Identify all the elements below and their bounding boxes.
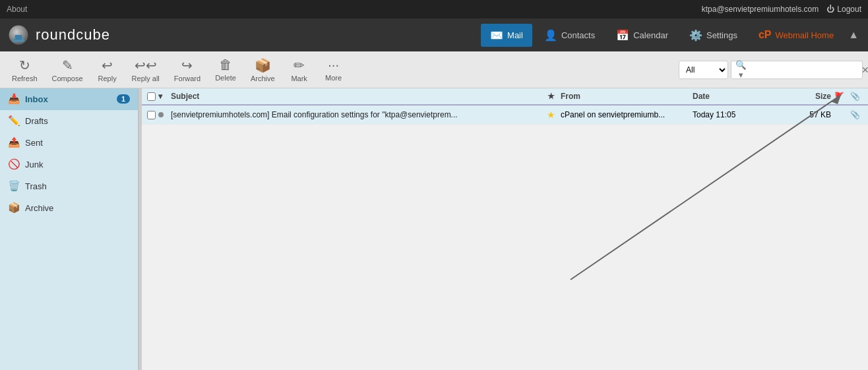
calendar-icon: 📅 bbox=[616, 29, 629, 42]
about-link[interactable]: About bbox=[7, 5, 27, 14]
delete-icon: 🗑 bbox=[219, 57, 232, 73]
header-flag: 🚩 bbox=[831, 92, 847, 101]
search-dropdown-button[interactable]: 🔍▾ bbox=[731, 57, 751, 82]
compose-button[interactable]: ✎ Compose bbox=[46, 55, 90, 85]
roundcube-logo-icon bbox=[7, 23, 30, 47]
main-layout: 📥 Inbox 1 ✏️ Drafts 📤 Sent 🚫 Junk 🗑️ Tra… bbox=[0, 88, 868, 370]
delete-button[interactable]: 🗑 Delete bbox=[208, 55, 243, 84]
power-icon: ⏻ bbox=[826, 5, 834, 14]
trash-icon: 🗑️ bbox=[8, 180, 20, 192]
forward-button[interactable]: ↪ Forward bbox=[168, 55, 207, 85]
email-list: ▾ Subject ★ From Date Size 🚩 📎 [senvietp… bbox=[142, 88, 868, 125]
reply-all-icon: ↩↩ bbox=[135, 57, 157, 73]
refresh-icon: ↻ bbox=[19, 57, 30, 73]
reply-all-button[interactable]: ↩↩ Reply all bbox=[125, 55, 166, 85]
header-subject[interactable]: Subject bbox=[171, 92, 541, 101]
table-row[interactable]: [senvietpremiumhotels.com] Email configu… bbox=[142, 106, 868, 125]
sidebar-item-trash[interactable]: 🗑️ Trash bbox=[0, 175, 138, 197]
unread-dot bbox=[158, 112, 164, 117]
search-input-wrap: 🔍▾ ✕ bbox=[731, 61, 863, 79]
inbox-badge: 1 bbox=[117, 94, 130, 104]
mark-icon: ✏ bbox=[294, 57, 305, 73]
star-icon: ★ bbox=[547, 109, 555, 120]
more-icon: ··· bbox=[328, 57, 339, 73]
row-star[interactable]: ★ bbox=[541, 109, 561, 120]
logo-text: roundcube bbox=[36, 26, 110, 44]
more-button[interactable]: ··· More bbox=[317, 55, 350, 84]
search-input[interactable] bbox=[751, 64, 857, 76]
search-filter-select[interactable]: All Subject From To bbox=[679, 61, 728, 79]
refresh-button[interactable]: ↻ Refresh bbox=[5, 55, 44, 85]
sidebar-item-junk[interactable]: 🚫 Junk bbox=[0, 154, 138, 175]
row-checkbox[interactable] bbox=[147, 111, 156, 119]
sidebar-item-drafts[interactable]: ✏️ Drafts bbox=[0, 110, 138, 132]
sent-icon: 📤 bbox=[8, 137, 20, 148]
user-email: ktpa@senvietpremiumhotels.com bbox=[702, 5, 819, 14]
row-from: cPanel on senvietpremiumb... bbox=[561, 110, 693, 119]
svg-rect-2 bbox=[15, 35, 22, 40]
nav-items: ✉️ Mail 👤 Contacts 📅 Calendar ⚙️ Setting… bbox=[481, 24, 861, 47]
nav-item-mail[interactable]: ✉️ Mail bbox=[481, 24, 532, 47]
cpanel-icon: cP bbox=[759, 29, 772, 41]
header-check: ▾ bbox=[147, 92, 171, 101]
header-date[interactable]: Date bbox=[693, 92, 778, 101]
sidebar: 📥 Inbox 1 ✏️ Drafts 📤 Sent 🚫 Junk 🗑️ Tra… bbox=[0, 88, 139, 370]
sort-arrow-icon: ▾ bbox=[158, 92, 162, 101]
sidebar-item-archive[interactable]: 📦 Archive bbox=[0, 197, 138, 219]
sidebar-item-sent[interactable]: 📤 Sent bbox=[0, 132, 138, 154]
search-clear-button[interactable]: ✕ bbox=[857, 62, 868, 78]
reply-icon: ↩ bbox=[102, 57, 113, 73]
nav-item-calendar[interactable]: 📅 Calendar bbox=[607, 24, 677, 47]
header-star: ★ bbox=[541, 92, 561, 101]
select-all-checkbox[interactable] bbox=[147, 92, 156, 101]
logo-area: roundcube bbox=[7, 23, 110, 47]
nav-item-settings[interactable]: ⚙️ Settings bbox=[680, 24, 747, 47]
compose-icon: ✎ bbox=[62, 57, 73, 73]
nav-item-webmail[interactable]: cP Webmail Home bbox=[749, 24, 843, 46]
search-area: All Subject From To 🔍▾ ✕ bbox=[679, 61, 863, 79]
archive-button[interactable]: 📦 Archive bbox=[244, 55, 282, 85]
archive-sidebar-icon: 📦 bbox=[8, 202, 20, 214]
row-date: Today 11:05 bbox=[693, 110, 778, 119]
inbox-icon: 📥 bbox=[8, 93, 20, 105]
settings-icon: ⚙️ bbox=[689, 29, 702, 42]
row-subject: [senvietpremiumhotels.com] Email configu… bbox=[171, 110, 541, 119]
header-size[interactable]: Size bbox=[778, 92, 831, 101]
sidebar-item-inbox[interactable]: 📥 Inbox 1 bbox=[0, 88, 138, 110]
nav-item-contacts[interactable]: 👤 Contacts bbox=[535, 24, 604, 47]
top-bar: About ktpa@senvietpremiumhotels.com ⏻ Lo… bbox=[0, 0, 868, 18]
row-check bbox=[147, 111, 171, 119]
logout-button[interactable]: ⏻ Logout bbox=[826, 5, 861, 14]
header-from[interactable]: From bbox=[561, 92, 693, 101]
contacts-icon: 👤 bbox=[544, 29, 557, 42]
mark-button[interactable]: ✏ Mark bbox=[283, 55, 316, 85]
forward-icon: ↪ bbox=[181, 57, 193, 73]
email-list-header: ▾ Subject ★ From Date Size 🚩 📎 bbox=[142, 88, 868, 106]
nav-bar: roundcube ✉️ Mail 👤 Contacts 📅 Calendar … bbox=[0, 18, 868, 51]
archive-icon: 📦 bbox=[255, 57, 271, 73]
junk-icon: 🚫 bbox=[8, 158, 20, 170]
scroll-up-indicator: ▲ bbox=[846, 24, 861, 46]
reply-button[interactable]: ↩ Reply bbox=[91, 55, 124, 85]
toolbar: ↻ Refresh ✎ Compose ↩ Reply ↩↩ Reply all… bbox=[0, 51, 868, 88]
row-attach: 📎 bbox=[847, 110, 863, 119]
arrow-overlay bbox=[142, 88, 868, 370]
row-size: 57 KB bbox=[778, 110, 831, 119]
email-pane: ▾ Subject ★ From Date Size 🚩 📎 [senvietp… bbox=[142, 88, 868, 370]
drafts-icon: ✏️ bbox=[8, 115, 20, 127]
mail-icon: ✉️ bbox=[490, 29, 503, 42]
header-attach: 📎 bbox=[847, 92, 863, 101]
